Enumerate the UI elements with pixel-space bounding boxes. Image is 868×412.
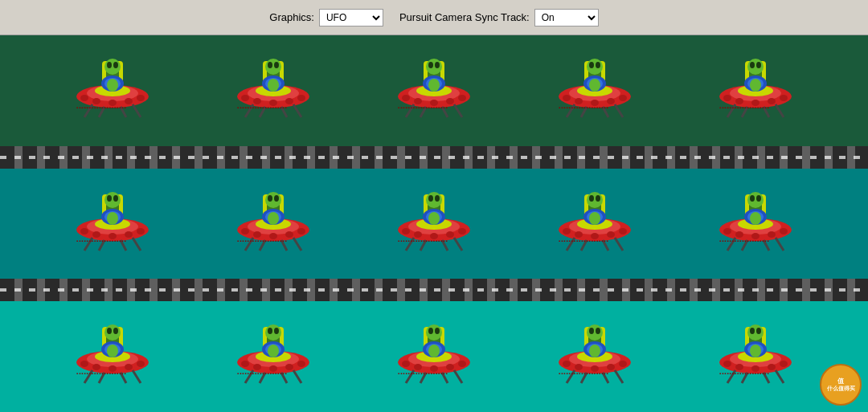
svg-point-75 — [575, 98, 583, 104]
svg-line-103 — [776, 104, 784, 117]
svg-line-187 — [615, 238, 623, 251]
svg-point-178 — [589, 212, 600, 225]
svg-point-306 — [735, 364, 743, 370]
svg-point-11 — [80, 95, 88, 101]
svg-point-170 — [587, 192, 603, 208]
svg-point-130 — [274, 195, 279, 202]
svg-point-179 — [563, 228, 571, 235]
ufo-2-3: ▪▪▪▪▪▪▪▪▪▪▪▪▪▪▪▪▪▪▪▪ — [386, 188, 482, 260]
svg-point-109 — [113, 195, 118, 202]
svg-point-203 — [768, 231, 776, 238]
svg-text:▪▪▪▪▪▪▪▪▪▪▪▪▪▪▪▪▪▪▪▪: ▪▪▪▪▪▪▪▪▪▪▪▪▪▪▪▪▪▪▪▪ — [559, 371, 609, 376]
svg-point-4 — [113, 62, 118, 68]
svg-line-61 — [454, 104, 462, 117]
svg-point-120 — [137, 228, 145, 235]
svg-point-213 — [107, 328, 112, 334]
road-divider-1 — [0, 146, 868, 169]
svg-point-283 — [589, 345, 600, 357]
ufo-3-1: ▪▪▪▪▪▪▪▪▪▪▪▪▪▪▪▪▪▪▪▪ — [64, 320, 161, 393]
svg-point-128 — [265, 192, 281, 208]
svg-point-137 — [241, 228, 249, 235]
ufo-3-3: ▪▪▪▪▪▪▪▪▪▪▪▪▪▪▪▪▪▪▪▪ — [386, 320, 482, 393]
svg-point-86 — [747, 59, 764, 75]
svg-point-151 — [435, 195, 440, 202]
ufo-1-5: ▪▪▪▪▪▪▪▪▪▪▪▪▪▪▪▪▪▪▪▪ — [707, 55, 804, 127]
svg-point-275 — [587, 324, 603, 341]
svg-point-263 — [402, 361, 410, 367]
svg-point-191 — [747, 192, 764, 208]
svg-point-53 — [402, 95, 410, 101]
watermark-line2: 什么值得买 — [827, 385, 855, 392]
ufo-2-5: ▪▪▪▪▪▪▪▪▪▪▪▪▪▪▪▪▪▪▪▪ — [707, 188, 804, 260]
svg-point-297 — [750, 328, 755, 334]
graphics-label: Graphics: — [269, 11, 314, 23]
svg-point-276 — [589, 328, 594, 334]
svg-point-54 — [414, 98, 422, 104]
svg-point-150 — [428, 195, 433, 202]
svg-point-235 — [274, 328, 279, 334]
svg-line-145 — [293, 238, 301, 251]
svg-point-225 — [137, 361, 145, 367]
svg-point-233 — [265, 324, 281, 341]
svg-text:▪▪▪▪▪▪▪▪▪▪▪▪▪▪▪▪▪▪▪▪: ▪▪▪▪▪▪▪▪▪▪▪▪▪▪▪▪▪▪▪▪ — [559, 105, 609, 110]
camera-label: Pursuit Camera Sync Track: — [399, 11, 530, 23]
svg-point-157 — [428, 212, 440, 225]
svg-point-77 — [607, 98, 615, 104]
svg-point-304 — [750, 345, 761, 357]
svg-point-87 — [750, 62, 755, 68]
svg-point-12 — [92, 98, 100, 104]
svg-point-256 — [435, 328, 440, 334]
svg-text:▪▪▪▪▪▪▪▪▪▪▪▪▪▪▪▪▪▪▪▪: ▪▪▪▪▪▪▪▪▪▪▪▪▪▪▪▪▪▪▪▪ — [237, 239, 288, 243]
svg-line-313 — [776, 370, 784, 383]
svg-line-208 — [776, 238, 784, 251]
svg-text:▪▪▪▪▪▪▪▪▪▪▪▪▪▪▪▪▪▪▪▪: ▪▪▪▪▪▪▪▪▪▪▪▪▪▪▪▪▪▪▪▪ — [398, 105, 448, 110]
svg-point-117 — [92, 231, 100, 238]
svg-point-266 — [446, 364, 454, 370]
svg-point-52 — [428, 79, 440, 92]
ufo-1-2: ▪▪▪▪▪▪▪▪▪▪▪▪▪▪▪▪▪▪▪▪ — [225, 55, 321, 127]
svg-line-124 — [133, 238, 141, 251]
svg-line-40 — [293, 104, 301, 117]
svg-point-222 — [92, 364, 100, 370]
camera-select[interactable]: On Off — [534, 9, 599, 27]
svg-point-116 — [80, 228, 88, 235]
svg-point-180 — [575, 231, 583, 238]
svg-text:▪▪▪▪▪▪▪▪▪▪▪▪▪▪▪▪▪▪▪▪: ▪▪▪▪▪▪▪▪▪▪▪▪▪▪▪▪▪▪▪▪ — [76, 371, 127, 376]
svg-text:▪▪▪▪▪▪▪▪▪▪▪▪▪▪▪▪▪▪▪▪: ▪▪▪▪▪▪▪▪▪▪▪▪▪▪▪▪▪▪▪▪ — [719, 105, 770, 110]
svg-point-78 — [619, 95, 627, 101]
svg-point-199 — [750, 212, 761, 225]
svg-point-288 — [619, 361, 627, 367]
lane-2: ▪▪▪▪▪▪▪▪▪▪▪▪▪▪▪▪▪▪▪▪ — [0, 169, 868, 279]
svg-point-242 — [241, 361, 249, 367]
watermark: 值 什么值得买 — [820, 364, 862, 406]
svg-point-285 — [575, 364, 583, 370]
svg-point-193 — [756, 195, 761, 202]
svg-point-241 — [268, 345, 279, 357]
svg-text:▪▪▪▪▪▪▪▪▪▪▪▪▪▪▪▪▪▪▪▪: ▪▪▪▪▪▪▪▪▪▪▪▪▪▪▪▪▪▪▪▪ — [719, 371, 770, 376]
svg-point-119 — [125, 231, 133, 238]
svg-point-95 — [723, 95, 731, 101]
lane-3: ▪▪▪▪▪▪▪▪▪▪▪▪▪▪▪▪▪▪▪▪ — [0, 301, 868, 412]
svg-point-298 — [756, 328, 761, 334]
svg-line-166 — [454, 238, 462, 251]
svg-text:▪▪▪▪▪▪▪▪▪▪▪▪▪▪▪▪▪▪▪▪: ▪▪▪▪▪▪▪▪▪▪▪▪▪▪▪▪▪▪▪▪ — [237, 105, 288, 110]
svg-point-245 — [285, 364, 293, 370]
svg-point-264 — [414, 364, 422, 370]
graphics-group: Graphics: UFO Car Truck Bike — [269, 9, 383, 27]
ufo-3-4: ▪▪▪▪▪▪▪▪▪▪▪▪▪▪▪▪▪▪▪▪ — [547, 320, 643, 393]
svg-point-287 — [607, 364, 615, 370]
svg-point-66 — [589, 62, 594, 68]
road-divider-2 — [0, 279, 868, 301]
svg-point-182 — [607, 231, 615, 238]
svg-point-94 — [750, 79, 761, 92]
svg-line-82 — [615, 104, 623, 117]
svg-point-309 — [780, 361, 788, 367]
graphics-select[interactable]: UFO Car Truck Bike — [319, 9, 383, 27]
svg-point-149 — [426, 192, 442, 208]
svg-point-277 — [596, 328, 600, 334]
svg-point-31 — [268, 79, 279, 92]
svg-line-19 — [133, 104, 141, 117]
svg-point-32 — [241, 95, 249, 101]
ufo-3-2: ▪▪▪▪▪▪▪▪▪▪▪▪▪▪▪▪▪▪▪▪ — [225, 320, 321, 393]
watermark-line1: 值 — [837, 377, 844, 385]
